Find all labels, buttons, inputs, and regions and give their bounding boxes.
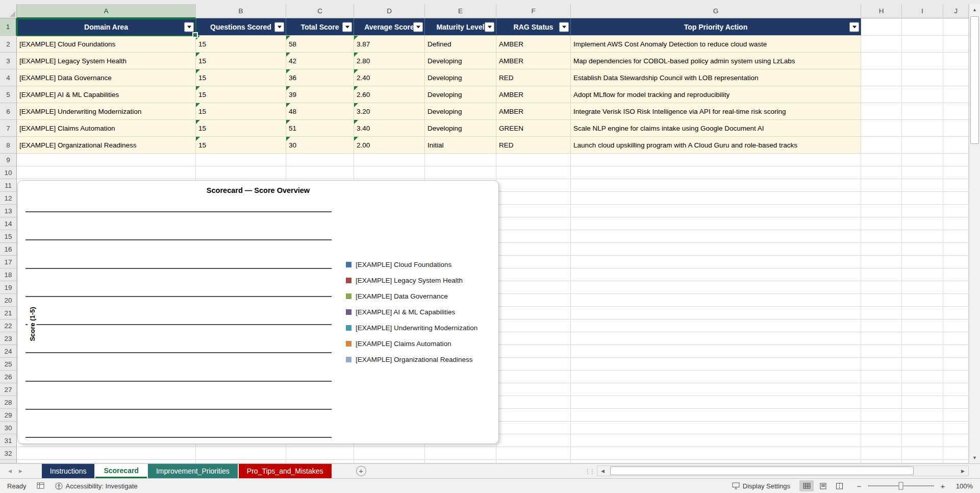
cell-A6[interactable]: [EXAMPLE] Underwriting Modernization (17, 103, 196, 120)
cell-G2[interactable]: Implement AWS Cost Anomaly Detection to … (571, 36, 861, 53)
horizontal-scrollbar-track[interactable] (608, 466, 958, 476)
cell-F29[interactable] (496, 409, 571, 422)
row-header-22[interactable]: 22 (0, 319, 17, 332)
cell-J26[interactable] (943, 371, 969, 383)
cell-H9[interactable] (861, 154, 902, 166)
cell-H26[interactable] (861, 371, 902, 383)
tab-scrollbar-splitter[interactable]: ⋮⋮ (585, 464, 594, 479)
column-header-D[interactable]: D (354, 4, 425, 18)
cell-E6[interactable]: Developing (425, 103, 496, 120)
cell-I8[interactable] (902, 137, 943, 154)
cell-G20[interactable] (571, 294, 861, 307)
cell-J31[interactable] (943, 434, 969, 447)
tab-scroll-right-icon[interactable]: ▶ (19, 469, 22, 474)
cell-J13[interactable] (943, 205, 969, 217)
row-header-2[interactable]: 2 (0, 36, 17, 53)
cell-I13[interactable] (902, 205, 943, 217)
cell-D6[interactable]: 3.20 (354, 103, 425, 120)
cell-H31[interactable] (861, 434, 902, 447)
cell-I11[interactable] (902, 179, 943, 192)
cell-F32[interactable] (496, 447, 571, 460)
cell-G32[interactable] (571, 447, 861, 460)
cell-J10[interactable] (943, 166, 969, 179)
cell-F13[interactable] (496, 205, 571, 217)
cell-F21[interactable] (496, 307, 571, 319)
cell-I23[interactable] (902, 332, 943, 345)
cell-J24[interactable] (943, 345, 969, 358)
cell-F24[interactable] (496, 345, 571, 358)
cell-H1[interactable] (861, 18, 902, 36)
cell-A5[interactable]: [EXAMPLE] AI & ML Capabilities (17, 86, 196, 103)
cell-J25[interactable] (943, 358, 969, 371)
normal-view-button[interactable] (799, 480, 814, 491)
cell-H28[interactable] (861, 396, 902, 409)
row-header-32[interactable]: 32 (0, 447, 17, 460)
cell-J27[interactable] (943, 383, 969, 396)
row-header-8[interactable]: 8 (0, 137, 17, 154)
horizontal-scrollbar[interactable]: ◀ ▶ (597, 465, 969, 476)
row-header-5[interactable]: 5 (0, 86, 17, 103)
cell-I25[interactable] (902, 358, 943, 371)
cell-H19[interactable] (861, 281, 902, 294)
new-sheet-button[interactable]: + (356, 466, 366, 476)
row-header-11[interactable]: 11 (0, 179, 17, 192)
cell-G19[interactable] (571, 281, 861, 294)
cell-D5[interactable]: 2.60 (354, 86, 425, 103)
cell-I24[interactable] (902, 345, 943, 358)
cell-G12[interactable] (571, 192, 861, 205)
cell-F10[interactable] (496, 166, 571, 179)
cell-G29[interactable] (571, 409, 861, 422)
cell-G16[interactable] (571, 243, 861, 256)
embedded-chart[interactable]: Scorecard — Score Overview Score (1-5) [… (17, 180, 499, 444)
row-header-30[interactable]: 30 (0, 422, 17, 434)
cell-I17[interactable] (902, 256, 943, 268)
cell-G31[interactable] (571, 434, 861, 447)
cell-F2[interactable]: AMBER (496, 36, 571, 53)
cell-I15[interactable] (902, 230, 943, 243)
tab-scroll-left-icon[interactable]: ◀ (8, 469, 12, 474)
cell-G4[interactable]: Establish Data Stewardship Council with … (571, 69, 861, 86)
cell-H24[interactable] (861, 345, 902, 358)
cell-F3[interactable]: AMBER (496, 53, 571, 69)
cell-J6[interactable] (943, 103, 969, 120)
cell-G11[interactable] (571, 179, 861, 192)
cell-E1[interactable]: Maturity Level (425, 18, 496, 36)
cell-B5[interactable]: 15 (196, 86, 286, 103)
cell-H21[interactable] (861, 307, 902, 319)
cell-D2[interactable]: 3.87 (354, 36, 425, 53)
row-header-1[interactable]: 1 (0, 18, 17, 36)
legend-item[interactable]: [EXAMPLE] Organizational Readiness (346, 355, 478, 364)
cell-J20[interactable] (943, 294, 969, 307)
cell-I22[interactable] (902, 319, 943, 332)
cell-J19[interactable] (943, 281, 969, 294)
cell-D1[interactable]: Average Score (354, 18, 425, 36)
cell-G28[interactable] (571, 396, 861, 409)
cell-A3[interactable]: [EXAMPLE] Legacy System Health (17, 53, 196, 69)
row-header-17[interactable]: 17 (0, 256, 17, 268)
row-header-7[interactable]: 7 (0, 120, 17, 137)
cell-C8[interactable]: 30 (286, 137, 354, 154)
cell-J14[interactable] (943, 217, 969, 230)
row-header-3[interactable]: 3 (0, 53, 17, 69)
cell-B3[interactable]: 15 (196, 53, 286, 69)
cell-H29[interactable] (861, 409, 902, 422)
row-header-19[interactable]: 19 (0, 281, 17, 294)
cell-B1[interactable]: Questions Scored (196, 18, 286, 36)
row-header-13[interactable]: 13 (0, 205, 17, 217)
macro-record-button[interactable] (37, 482, 45, 489)
cell-G13[interactable] (571, 205, 861, 217)
cell-J30[interactable] (943, 422, 969, 434)
cell-J2[interactable] (943, 36, 969, 53)
cell-J28[interactable] (943, 396, 969, 409)
column-header-A[interactable]: A (17, 4, 196, 18)
cell-G14[interactable] (571, 217, 861, 230)
row-header-24[interactable]: 24 (0, 345, 17, 358)
cell-E9[interactable] (425, 154, 496, 166)
filter-dropdown-button-E1[interactable] (485, 22, 494, 32)
cell-C7[interactable]: 51 (286, 120, 354, 137)
legend-item[interactable]: [EXAMPLE] Legacy System Health (346, 276, 478, 285)
cell-I30[interactable] (902, 422, 943, 434)
scroll-left-arrow-icon[interactable]: ◀ (597, 466, 608, 476)
cell-H10[interactable] (861, 166, 902, 179)
column-header-J[interactable]: J (943, 4, 969, 18)
